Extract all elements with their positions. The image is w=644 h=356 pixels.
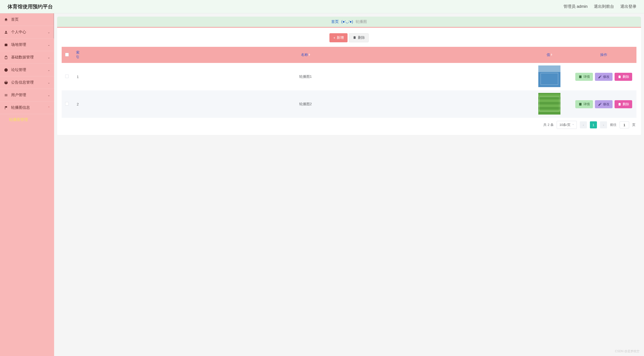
sidebar-item-carousel[interactable]: 轮播图信息 ⌃ (0, 101, 54, 114)
delete-button[interactable]: 删除 (349, 33, 369, 42)
row-checkbox[interactable] (65, 102, 69, 105)
current-user[interactable]: 管理员 admin (563, 4, 588, 9)
cell-value (528, 63, 571, 90)
cell-name: 轮播图1 (83, 63, 528, 90)
chevron-up-icon: ⌃ (48, 106, 50, 110)
clock-icon (4, 68, 8, 72)
cell-name: 轮播图2 (83, 90, 528, 118)
delete-button-label: 删除 (358, 35, 365, 40)
breadcrumb-current: 轮播图 (356, 19, 367, 24)
trash-icon (353, 35, 357, 40)
breadcrumb: 首页 (●'◡'●) 轮播图 (57, 17, 641, 28)
pagination: 共 2 条 10条/页 ‹ 1 › 前往 页 (62, 118, 636, 129)
watermark: CSDN @是梦枕空 (615, 349, 639, 353)
exit-to-front[interactable]: 退出到前台 (594, 4, 614, 9)
page-number-button[interactable]: 1 (590, 121, 597, 128)
sidebar-item-label: 论坛管理 (11, 67, 26, 72)
cell-index: 2 (72, 90, 83, 118)
home-icon (4, 18, 8, 22)
next-page-button[interactable]: › (600, 121, 607, 128)
goto-suffix: 页 (632, 123, 635, 127)
goto-page-input[interactable] (620, 121, 629, 128)
sidebar-item-home[interactable]: 首页 (0, 13, 54, 26)
row-delete-button[interactable]: 删除 (615, 100, 632, 108)
row-checkbox[interactable] (65, 75, 69, 78)
sidebar-item-profile[interactable]: 个人中心 ⌄ (0, 26, 54, 39)
sidebar-subitem-carousel-manage[interactable]: 轮播图管理 (0, 114, 54, 125)
app-title: 体育馆使用预约平台 (8, 3, 53, 10)
sidebar-item-label: 公告信息管理 (11, 80, 34, 85)
col-ops: 操作 (571, 47, 636, 63)
edit-button[interactable]: 修改 (595, 100, 613, 108)
sort-icon: ▴▾ (309, 53, 310, 56)
sidebar-item-label: 首页 (11, 17, 19, 22)
detail-button[interactable]: 详情 (575, 73, 593, 81)
col-name[interactable]: 名称▴▾ (83, 47, 528, 63)
sidebar-item-announcement[interactable]: 公告信息管理 ⌄ (0, 76, 54, 89)
col-value[interactable]: 值▴▾ (528, 47, 571, 63)
sidebar-item-users[interactable]: 用户管理 ⌄ (0, 89, 54, 101)
chevron-down-icon: ⌄ (48, 43, 50, 47)
add-button[interactable]: + 新增 (329, 33, 347, 42)
carousel-thumbnail[interactable] (538, 65, 560, 87)
select-all-checkbox[interactable] (65, 53, 69, 56)
chevron-down-icon: ⌄ (48, 56, 50, 59)
carousel-thumbnail[interactable] (538, 93, 560, 115)
cell-index: 1 (72, 63, 83, 90)
app-header: 体育馆使用预约平台 管理员 admin 退出到前台 退出登录 (0, 0, 644, 13)
sidebar-item-label: 轮播图信息 (11, 105, 30, 110)
table-row: 1 轮播图1 详情 修改 删除 (62, 63, 636, 90)
chevron-down-icon: ⌄ (48, 81, 50, 84)
chevron-down-icon: ⌄ (48, 68, 50, 72)
edit-button[interactable]: 修改 (595, 73, 613, 81)
sidebar-scrollbar[interactable] (53, 13, 54, 39)
data-table: 索引 名称▴▾ 值▴▾ 操作 1 轮播图1 详情 (62, 47, 636, 118)
globe-icon (4, 81, 8, 85)
chevron-down-icon: ⌄ (48, 30, 50, 34)
chevron-down-icon: ⌄ (48, 93, 50, 97)
sidebar-subitem-label: 轮播图管理 (9, 117, 28, 122)
plus-icon: + (333, 36, 335, 40)
flag-icon (4, 106, 8, 110)
prev-page-button[interactable]: ‹ (580, 121, 587, 128)
col-index[interactable]: 索引 (72, 47, 83, 63)
sidebar-item-label: 基础数据管理 (11, 55, 34, 60)
sidebar-item-label: 用户管理 (11, 93, 26, 97)
goto-label: 前往 (610, 123, 617, 127)
breadcrumb-home[interactable]: 首页 (331, 19, 339, 24)
toolbar: + 新增 删除 (62, 33, 636, 42)
add-button-label: 新增 (337, 35, 344, 40)
cell-ops: 详情 修改 删除 (571, 90, 636, 118)
list-icon (4, 93, 8, 97)
clipboard-icon (4, 55, 8, 59)
content-card: + 新增 删除 索引 名称▴▾ 值▴▾ 操作 (57, 28, 641, 135)
sort-icon: ▴▾ (551, 53, 552, 56)
sidebar-item-forum[interactable]: 论坛管理 ⌄ (0, 64, 54, 76)
briefcase-icon (4, 43, 8, 47)
header-actions: 管理员 admin 退出到前台 退出登录 (563, 4, 636, 9)
cell-ops: 详情 修改 删除 (571, 63, 636, 90)
main-content: 首页 (●'◡'●) 轮播图 + 新增 删除 索引 (54, 13, 644, 356)
sidebar-item-label: 个人中心 (11, 30, 26, 34)
sidebar-item-label: 场地管理 (11, 42, 26, 47)
user-icon (4, 30, 8, 34)
col-checkbox (62, 47, 72, 63)
sidebar-item-basedata[interactable]: 基础数据管理 ⌄ (0, 51, 54, 64)
sidebar: 首页 个人中心 ⌄ 场地管理 ⌄ 基础数据管理 ⌄ 论坛管理 ⌄ 公告信息管理 … (0, 13, 54, 356)
cell-value (528, 90, 571, 118)
logout[interactable]: 退出登录 (620, 4, 636, 9)
page-size-select[interactable]: 10条/页 (557, 121, 577, 129)
pagination-total: 共 2 条 (543, 123, 553, 127)
table-row: 2 轮播图2 详情 修改 删除 (62, 90, 636, 118)
row-delete-button[interactable]: 删除 (615, 73, 632, 81)
detail-button[interactable]: 详情 (575, 100, 593, 108)
sidebar-item-venue[interactable]: 场地管理 ⌄ (0, 39, 54, 51)
breadcrumb-separator: (●'◡'●) (341, 19, 353, 24)
